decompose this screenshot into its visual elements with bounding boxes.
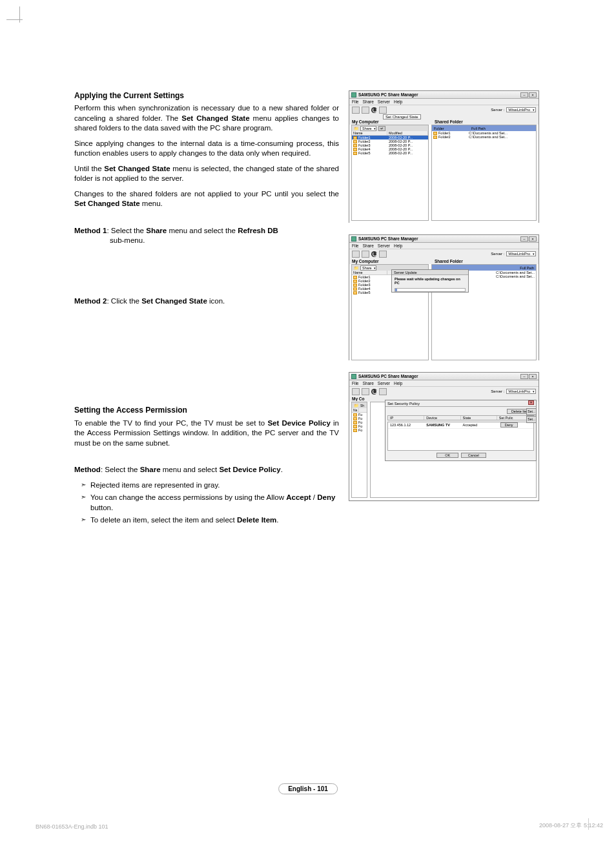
method2-line: Method 2: Click the Set Changed State ic… <box>74 296 339 307</box>
toolbar: Server : WiseLinkPro <box>349 249 539 258</box>
menu-share[interactable]: Share <box>362 243 373 248</box>
menu-help[interactable]: Help <box>394 99 402 104</box>
share-folder-icon[interactable] <box>352 388 360 395</box>
menu-share[interactable]: Share <box>362 99 373 104</box>
close-button[interactable]: × <box>529 92 537 98</box>
menu-server[interactable]: Server <box>378 381 390 386</box>
section2-method: Method: Select the Share menu and select… <box>74 465 339 475</box>
close-icon[interactable]: × <box>528 400 534 405</box>
bullet-1: Rejected items are represented in gray. <box>81 480 339 491</box>
list-item: Fo <box>352 428 367 432</box>
menu-file[interactable]: File <box>352 381 358 386</box>
menubar: File Share Server Help <box>349 243 539 249</box>
server-dropdown[interactable]: WiseLinkPro <box>506 251 536 256</box>
app-icon <box>351 374 356 379</box>
close-button[interactable]: × <box>529 236 537 242</box>
list-item[interactable]: Folder2C:\Documents and Set... <box>432 135 536 139</box>
deny-button[interactable]: Deny <box>500 422 518 428</box>
window-title: SAMSUNG PC Share Manager <box>358 236 520 241</box>
minimize-button[interactable]: – <box>520 236 528 242</box>
titlebar: SAMSUNG PC Share Manager – × <box>349 235 539 243</box>
side-set-buttons: Set... Set... <box>526 408 537 423</box>
server-dropdown[interactable]: WiseLinkPro <box>506 389 536 394</box>
up-button[interactable]: ↵ <box>378 126 385 131</box>
bullet-2: You can change the access permissions by… <box>81 493 339 513</box>
share-folder-icon[interactable] <box>352 251 360 258</box>
refresh-icon[interactable] <box>371 251 377 257</box>
col-folder: Folder <box>434 127 469 130</box>
window-title: SAMSUNG PC Share Manager <box>358 374 520 378</box>
refresh-icon[interactable] <box>371 389 377 395</box>
unshare-folder-icon[interactable] <box>362 107 369 114</box>
page-footer-pill: English - 101 <box>278 783 338 794</box>
my-computer-label: My Computer <box>352 259 429 263</box>
close-button[interactable]: × <box>529 374 537 379</box>
share-dropdown[interactable]: Share <box>360 265 376 271</box>
menu-help[interactable]: Help <box>394 381 402 386</box>
set-changed-state-button[interactable]: Set Changed State <box>383 114 421 119</box>
screenshot-3: SAMSUNG PC Share Manager – × File Share … <box>349 372 539 501</box>
menu-file[interactable]: File <box>352 243 358 248</box>
server-label: Server : WiseLinkPro <box>491 389 536 394</box>
section2-p1: To enable the TV to find your PC, the TV… <box>74 418 339 449</box>
folder-list-left-clipped: FoFoFoFoFo <box>352 413 367 497</box>
unshare-folder-icon[interactable] <box>362 388 369 395</box>
set-button[interactable]: Set... <box>526 416 537 423</box>
table-row: 123.456.1.12 SAMSUNG TV Accepted Deny <box>388 422 533 428</box>
col-path: Full Path <box>471 127 486 130</box>
left-text-column: Applying the Current Settings Perform th… <box>74 90 339 528</box>
cancel-button[interactable]: Cancel <box>461 453 486 458</box>
share-dropdown[interactable]: Share <box>360 126 376 131</box>
menu-file[interactable]: File <box>352 99 358 104</box>
folder-list-left[interactable]: Folder12008-02-20 P...Folder22008-02-20 … <box>352 136 428 220</box>
list-item[interactable]: Folder52008-02-20 P... <box>352 151 428 155</box>
app-icon <box>351 236 356 242</box>
arrow-icon[interactable] <box>379 251 387 258</box>
server-label: Server : WiseLinkPro <box>491 107 536 112</box>
ok-button[interactable]: OK <box>436 453 458 458</box>
page-content: Applying the Current Settings Perform th… <box>74 90 542 528</box>
menu-server[interactable]: Server <box>378 243 390 248</box>
arrow-icon[interactable] <box>379 107 387 114</box>
right-pane: Folder Full Path Folder1C:\Documents and… <box>431 125 537 221</box>
app-icon <box>351 92 356 98</box>
progress-message: Please wait while updating changes on PC <box>392 275 468 287</box>
arrow-icon[interactable] <box>379 388 387 395</box>
titlebar: SAMSUNG PC Share Manager – × <box>349 373 539 380</box>
section1-p2: Since applying changes to the internal d… <box>74 139 339 159</box>
unshare-folder-icon[interactable] <box>362 251 369 258</box>
server-update-dialog: Server Update Please wait while updating… <box>391 269 469 293</box>
minimize-button[interactable]: – <box>520 374 528 379</box>
policy-table-header: IP Device State Set Polic <box>387 415 534 420</box>
policy-table[interactable]: 123.456.1.12 SAMSUNG TV Accepted Deny <box>388 422 533 429</box>
refresh-icon[interactable] <box>371 107 377 113</box>
shared-list-right[interactable]: Folder1C:\Documents and Set...Folder2C:\… <box>432 131 536 220</box>
server-label: Server : WiseLinkPro <box>491 251 536 256</box>
section1-p4: Changes to the shared folders are not ap… <box>74 189 339 209</box>
server-dropdown[interactable]: WiseLinkPro <box>506 107 536 112</box>
menu-share[interactable]: Share <box>362 381 373 386</box>
my-computer-label-clipped: My Co <box>352 397 370 401</box>
menu-server[interactable]: Server <box>378 99 390 104</box>
screenshot-1: SAMSUNG PC Share Manager – × File Share … <box>349 90 539 223</box>
dialog-title: Server Update <box>392 270 468 275</box>
menubar: File Share Server Help <box>349 380 539 387</box>
section2-heading: Setting the Access Permission <box>74 405 339 415</box>
minimize-button[interactable]: – <box>520 92 528 98</box>
screenshot-2: SAMSUNG PC Share Manager – × File Share … <box>349 234 539 360</box>
bullet-3: To delete an item, select the item and s… <box>81 515 339 526</box>
right-screenshot-column: SAMSUNG PC Share Manager – × File Share … <box>349 90 542 513</box>
my-computer-label: My Computer <box>352 119 429 124</box>
method1-sub: sub-menu. <box>74 236 339 246</box>
progress-bar <box>395 288 466 292</box>
set-button[interactable]: Set... <box>526 408 537 415</box>
method1-line: Method 1: Select the Share menu and sele… <box>74 226 339 236</box>
toolbar: Server : WiseLinkPro <box>349 387 539 396</box>
menu-help[interactable]: Help <box>394 243 402 248</box>
shared-folder-label: Shared Folder <box>429 259 536 263</box>
footer-right: 2008-08-27 오후 5:12:42 <box>539 821 603 830</box>
share-folder-icon[interactable] <box>352 107 360 114</box>
titlebar: SAMSUNG PC Share Manager – × <box>349 91 539 99</box>
window-title: SAMSUNG PC Share Manager <box>358 92 520 97</box>
col-name: Name <box>352 131 387 135</box>
